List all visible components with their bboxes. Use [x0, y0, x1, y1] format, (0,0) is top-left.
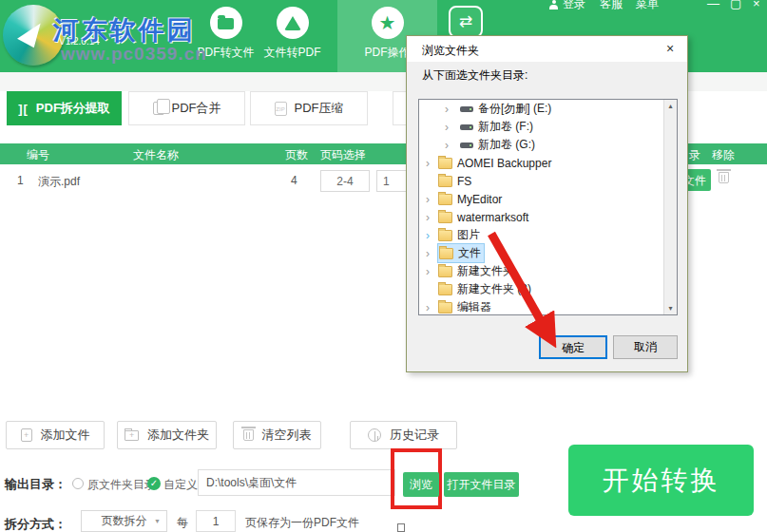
watermark-site-name: 河东软件园	[53, 13, 196, 48]
split-icon	[18, 102, 29, 116]
tree-item-drive-g[interactable]: › 新加卷 (G:)	[419, 136, 677, 154]
chevron-right-icon[interactable]: ›	[445, 140, 457, 151]
row-remove-button[interactable]	[719, 172, 729, 183]
output-dir-label: 输出目录：	[5, 476, 67, 493]
nav-convert-swap[interactable]: ⇄	[449, 6, 483, 38]
scroll-down-icon[interactable]: ▾	[664, 304, 677, 313]
dialog-cancel-button[interactable]: 取消	[613, 335, 678, 359]
folder-icon	[438, 302, 452, 314]
zip-icon	[275, 102, 287, 116]
page-range-input[interactable]	[320, 170, 370, 192]
dialog-titlebar[interactable]: 浏览文件夹 ×	[407, 36, 687, 62]
dialog-title: 浏览文件夹	[422, 43, 479, 59]
chevron-right-icon[interactable]: ›	[426, 158, 438, 169]
drive-icon	[460, 106, 473, 112]
split-mode-label: 拆分方式：	[5, 516, 67, 532]
customer-service-button[interactable]: 客服	[600, 0, 623, 11]
app-window: 河东软件园 V1.2.0.14 www.pc0359.cn PDF转文件 文件转…	[0, 0, 767, 532]
folder-icon	[438, 176, 452, 187]
clock-icon	[368, 428, 381, 442]
dialog-prompt: 从下面选文件夹目录:	[422, 67, 527, 84]
scroll-up-icon[interactable]: ▴	[664, 102, 677, 110]
chevron-right-icon[interactable]: ›	[426, 302, 438, 314]
chevron-right-icon[interactable]: ›	[426, 212, 438, 223]
clear-list-button[interactable]: 清空列表	[233, 421, 321, 449]
origin-dir-radio-label[interactable]: 原文件夹目录	[87, 477, 156, 493]
folder-icon	[438, 212, 452, 223]
person-icon	[549, 0, 558, 9]
folder-icon	[438, 284, 452, 295]
folder-icon	[439, 248, 453, 259]
tree-item-editor[interactable]: › 编辑器	[419, 298, 677, 315]
row-pages: 4	[291, 174, 297, 187]
tree-item-new-folder-2[interactable]: 新建文件夹 (2)	[419, 280, 677, 298]
chevron-right-icon[interactable]: ›	[445, 122, 457, 133]
folder-tree: › 备份[勿删] (E:) › 新加卷 (F:) › 新加卷 (G:) › AO…	[418, 99, 678, 315]
add-file-button[interactable]: 添加文件	[6, 421, 105, 449]
star-icon	[379, 13, 396, 32]
browse-folder-dialog: 浏览文件夹 × 从下面选文件夹目录: › 备份[勿删] (E:) › 新加卷 (…	[406, 35, 688, 372]
folder-icon	[438, 230, 452, 241]
every-label: 每	[177, 515, 188, 531]
close-button[interactable]: ×	[753, 0, 760, 11]
pages-per-file-input[interactable]	[196, 510, 236, 532]
chevron-right-icon[interactable]: ›	[426, 230, 438, 241]
per-file-suffix-label: 页保存为一份PDF文件	[245, 515, 359, 531]
row-filename: 演示.pdf	[38, 174, 80, 190]
swap-icon: ⇄	[459, 12, 472, 30]
nav-file-to-pdf[interactable]: 文件转PDF	[252, 0, 333, 72]
start-convert-button[interactable]: 开始转换	[568, 445, 754, 516]
tree-item-aomei[interactable]: › AOMEI Backupper	[419, 154, 677, 172]
browse-button[interactable]: 浏览	[403, 472, 439, 497]
chevron-right-icon[interactable]: ›	[426, 194, 438, 205]
cutoff-checkbox[interactable]	[397, 523, 405, 532]
chevron-right-icon[interactable]: ›	[426, 266, 438, 277]
menu-button[interactable]: 菜单	[636, 0, 659, 11]
tree-item-fs[interactable]: FS	[419, 172, 677, 190]
tab-pdf-compress[interactable]: PDF压缩	[250, 91, 368, 125]
dialog-close-icon[interactable]: ×	[662, 41, 678, 56]
custom-dir-radio[interactable]: ✓	[147, 477, 161, 490]
origin-dir-radio[interactable]	[72, 478, 84, 489]
dialog-ok-button[interactable]: 确定	[539, 335, 607, 359]
logo-arrow-icon	[17, 17, 46, 48]
add-folder-icon	[125, 430, 139, 441]
watermark-site-url: www.pc0359.cn	[61, 44, 207, 65]
trash-icon	[243, 429, 254, 441]
col-page-range: 页码选择	[320, 147, 366, 163]
history-button[interactable]: 历史记录	[350, 421, 457, 449]
tree-item-myeditor[interactable]: › MyEditor	[419, 190, 677, 208]
tab-pdf-merge[interactable]: PDF合并	[128, 91, 245, 125]
split-mode-select[interactable]: 页数拆分	[81, 510, 167, 532]
folder-icon	[218, 18, 234, 29]
chevron-right-icon[interactable]: ›	[426, 248, 438, 259]
drive-icon	[460, 124, 473, 130]
chevron-right-icon[interactable]: ›	[445, 104, 457, 115]
open-file-dir-button[interactable]: 打开文件目录	[444, 472, 519, 497]
col-number: 编号	[27, 147, 49, 163]
maximize-button[interactable]: ▢	[730, 0, 741, 11]
add-folder-button[interactable]: 添加文件夹	[117, 421, 217, 449]
add-file-icon	[21, 428, 32, 442]
tree-item-wenjian-selected[interactable]: › 文件	[419, 244, 677, 262]
tree-item-drive-e[interactable]: › 备份[勿删] (E:)	[419, 100, 677, 118]
folder-icon	[438, 266, 452, 277]
pdf-icon	[284, 16, 301, 30]
tree-item-watermarksoft[interactable]: › watermarksoft	[419, 208, 677, 226]
tree-item-pictures[interactable]: › 图片	[419, 226, 677, 244]
minimize-button[interactable]: —	[707, 0, 719, 11]
tree-scrollbar[interactable]: ▴ ▾	[663, 100, 677, 314]
output-path-input[interactable]	[198, 469, 395, 496]
col-open-dir-partial: 录	[689, 147, 700, 163]
custom-dir-radio-label[interactable]: 自定义	[163, 477, 198, 493]
folder-icon	[438, 158, 452, 169]
login-button[interactable]: 登录	[563, 0, 585, 11]
tree-item-drive-f[interactable]: › 新加卷 (F:)	[419, 118, 677, 136]
drive-icon	[460, 142, 473, 148]
col-remove: 移除	[712, 147, 735, 163]
merge-icon	[153, 102, 164, 115]
tree-item-new-folder[interactable]: › 新建文件夹	[419, 262, 677, 280]
col-pages: 页数	[285, 147, 308, 163]
tab-pdf-split[interactable]: PDF拆分提取	[7, 91, 122, 125]
folder-icon	[438, 194, 452, 205]
